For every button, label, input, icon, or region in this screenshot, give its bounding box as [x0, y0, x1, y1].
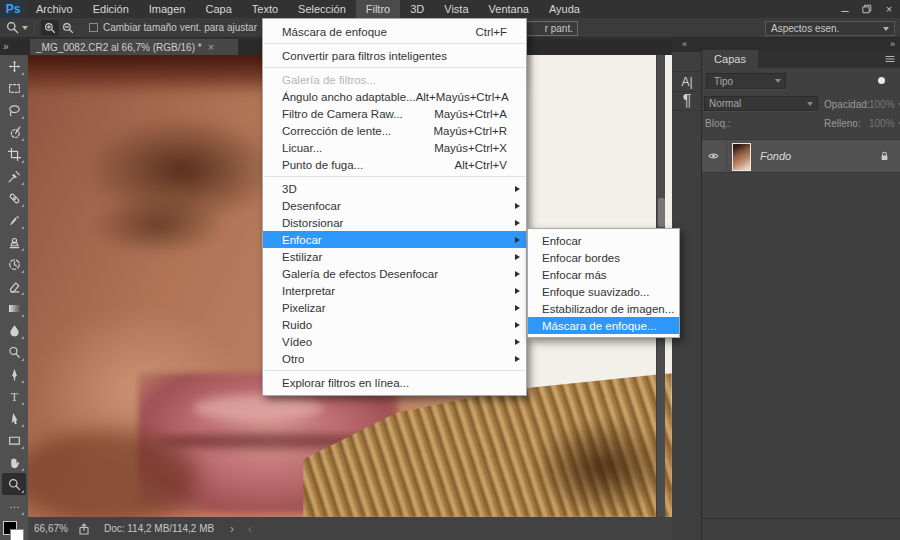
resize-windows-checkbox[interactable]: Cambiar tamaño vent. para ajustar [89, 22, 257, 33]
sharpen-submenu-item[interactable]: Estabilizador de imagen... [528, 300, 679, 317]
zoom-level-field[interactable]: 66,67% [34, 523, 68, 534]
screen-fit-button-partial[interactable]: r pant. [520, 21, 578, 36]
filter-menu-dropdown: Máscara de enfoque Ctrl+F Convertir para… [262, 18, 527, 396]
crop-tool[interactable] [2, 143, 26, 165]
tab-capas[interactable]: Capas [702, 50, 758, 68]
menu-capa[interactable]: Capa [195, 0, 241, 18]
more-tools[interactable]: … [2, 495, 26, 517]
layer-thumbnail[interactable] [732, 143, 751, 171]
history-brush-tool[interactable] [2, 253, 26, 275]
filter-menu-item[interactable]: Ángulo ancho adaptable... Alt+Mayús+Ctrl… [263, 88, 526, 105]
layer-name: Fondo [760, 150, 791, 162]
workspace-label: Aspectos esen. [771, 23, 839, 34]
menu-edicion[interactable]: Edición [83, 0, 139, 18]
filter-menu-item[interactable]: Desenfocar [263, 197, 526, 214]
menu-ayuda[interactable]: Ayuda [539, 0, 590, 18]
menu-filtro[interactable]: Filtro [356, 0, 400, 18]
eyedropper-tool[interactable] [2, 165, 26, 187]
filter-menu-item[interactable]: Otro [263, 350, 526, 367]
lasso-tool[interactable] [2, 99, 26, 121]
close-button[interactable]: × [878, 0, 900, 18]
more-icon: … [8, 500, 21, 513]
paragraph-panel[interactable]: ¶ [672, 92, 702, 111]
type-tool[interactable]: T [2, 385, 26, 407]
sharpen-submenu-item[interactable]: Máscara de enfoque... [528, 317, 679, 334]
filter-menu-item[interactable]: Licuar... Mayús+Ctrl+X [263, 139, 526, 156]
vertical-scrollbar-thumb[interactable] [658, 198, 665, 227]
clone-stamp-tool[interactable] [2, 231, 26, 253]
layer-filter-toggle[interactable] [878, 77, 885, 84]
filter-menu-item[interactable]: Punto de fuga... Alt+Ctrl+V [263, 156, 526, 173]
filter-menu-item[interactable]: Enfocar [263, 231, 526, 248]
rectangle-tool[interactable] [2, 429, 26, 451]
healing-brush-tool[interactable] [2, 187, 26, 209]
zoom-tool-preset[interactable] [6, 21, 28, 34]
filter-menu-item[interactable]: Filtro de Camera Raw... Mayús+Ctrl+A [263, 105, 526, 122]
menu-archivo[interactable]: Archivo [26, 0, 83, 18]
timeline-panel[interactable] [672, 52, 702, 72]
expand-panels-icon[interactable]: » [890, 39, 894, 49]
workspace-selector[interactable]: Aspectos esen. [765, 21, 895, 36]
filter-menu-item[interactable]: Convertir para filtros inteligentes [263, 47, 526, 64]
filter-menu-item[interactable]: Vídeo [263, 333, 526, 350]
chevron-down-icon [807, 102, 813, 106]
panel-dock: « » A|¶ Capas Tipo Normal O [672, 38, 900, 540]
menu-3d[interactable]: 3D [400, 0, 434, 18]
filter-menu-item[interactable]: Galería de efectos Desenfocar [263, 265, 526, 282]
zoom-in-button[interactable] [41, 20, 59, 36]
filter-menu-item[interactable]: Galería de filtros... [263, 71, 526, 88]
menu-vista[interactable]: Vista [434, 0, 478, 18]
eraser-tool[interactable] [2, 275, 26, 297]
document-size-info[interactable]: Doc: 114,2 MB/114,2 MB [104, 523, 214, 534]
filter-menu-item[interactable]: Máscara de enfoque Ctrl+F [263, 23, 526, 40]
minimize-button[interactable] [834, 0, 856, 18]
dodge-icon [8, 346, 21, 359]
sharpen-submenu-item[interactable]: Enfocar bordes [528, 249, 679, 266]
photoshop-window: Ps ArchivoEdiciónImagenCapaTextoSelecció… [0, 0, 900, 540]
close-tab-icon[interactable]: × [208, 41, 214, 53]
status-expand-chevron[interactable]: › [230, 522, 234, 536]
path-selection-tool[interactable] [2, 407, 26, 429]
share-icon[interactable] [78, 523, 90, 535]
toolbar-collapse-chevron[interactable]: » [3, 41, 8, 52]
layer-filter-type-dropdown[interactable]: Tipo [706, 73, 786, 89]
document-tab[interactable]: _MG_0082.CR2 al 66,7% (RGB/16) * × [30, 39, 238, 55]
filter-menu-item[interactable]: Distorsionar [263, 214, 526, 231]
background-color-swatch[interactable] [10, 529, 24, 540]
filter-menu-item[interactable]: Explorar filtros en línea... [263, 374, 526, 391]
zoom-out-button[interactable] [59, 20, 77, 36]
gradient-tool[interactable] [2, 297, 26, 319]
sharpen-submenu-item[interactable]: Enfocar más [528, 266, 679, 283]
menu-seleccion[interactable]: Selección [288, 0, 356, 18]
blend-mode-dropdown[interactable]: Normal [704, 96, 818, 111]
collapse-panels-icon[interactable]: « [682, 39, 686, 49]
zoom-tool[interactable] [2, 473, 26, 495]
color-swatches[interactable] [2, 521, 26, 540]
menu-ventana[interactable]: Ventana [479, 0, 539, 18]
sharpen-submenu-item[interactable]: Enfocar [528, 232, 679, 249]
fill-value[interactable]: 100% [869, 118, 900, 129]
move-tool[interactable] [2, 55, 26, 77]
visibility-eye-icon[interactable] [707, 151, 720, 162]
dodge-tool[interactable] [2, 341, 26, 363]
panel-menu-icon[interactable] [884, 53, 896, 65]
restore-button[interactable] [856, 0, 878, 18]
filter-menu-item[interactable]: 3D [263, 180, 526, 197]
menu-texto[interactable]: Texto [242, 0, 288, 18]
menu-imagen[interactable]: Imagen [139, 0, 196, 18]
opacity-value[interactable]: 100% [869, 99, 900, 110]
marquee-tool[interactable] [2, 77, 26, 99]
filter-menu-item[interactable]: Estilizar [263, 248, 526, 265]
filter-menu-item[interactable]: Ruido [263, 316, 526, 333]
filter-menu-item[interactable]: Corrección de lente... Mayús+Ctrl+R [263, 122, 526, 139]
brush-tool[interactable] [2, 209, 26, 231]
filter-menu-item[interactable]: Interpretar [263, 282, 526, 299]
pen-tool[interactable] [2, 363, 26, 385]
blur-tool[interactable] [2, 319, 26, 341]
filter-menu-item[interactable]: Pixelizar [263, 299, 526, 316]
hand-tool[interactable] [2, 451, 26, 473]
character-panel[interactable]: A| [672, 72, 702, 92]
layer-row-fondo[interactable]: Fondo [702, 139, 900, 173]
quick-selection-tool[interactable] [2, 121, 26, 143]
sharpen-submenu-item[interactable]: Enfoque suavizado... [528, 283, 679, 300]
